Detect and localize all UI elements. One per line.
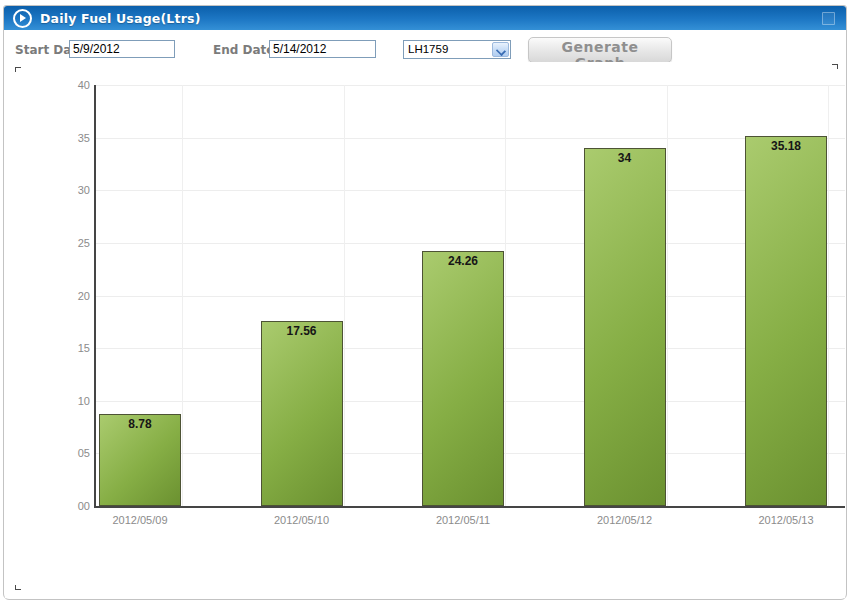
end-date-input[interactable] <box>269 40 376 58</box>
bar-value-label: 8.78 <box>99 417 181 431</box>
bar-value-label: 24.26 <box>422 254 504 268</box>
dropdown-button[interactable] <box>492 42 509 57</box>
y-tick-label: 15 <box>60 342 90 354</box>
end-date-label: End Date <box>213 43 274 57</box>
bar-value-label: 35.18 <box>745 139 827 153</box>
window: Daily Fuel Usage(Ltrs) Start Date End Da… <box>3 5 847 600</box>
vehicle-select-value: LH1759 <box>408 43 448 55</box>
y-tick-label: 30 <box>60 184 90 196</box>
gridline-v <box>667 85 668 506</box>
y-tick-label: 20 <box>60 290 90 302</box>
gridline-v <box>344 85 345 506</box>
generate-graph-button[interactable]: Generate Graph <box>528 37 672 63</box>
gridline-h <box>96 138 845 139</box>
x-axis-line <box>94 506 845 508</box>
x-tick-label: 2012/05/10 <box>221 514 382 526</box>
x-tick-label: 2012/05/11 <box>383 514 544 526</box>
corner-mark <box>15 585 21 590</box>
chevron-down-icon <box>496 46 506 56</box>
play-icon <box>13 9 32 28</box>
vehicle-select[interactable]: LH1759 <box>403 40 511 59</box>
bar <box>422 251 504 506</box>
bar-value-label: 34 <box>584 151 666 165</box>
x-tick-label: 2012/05/12 <box>544 514 705 526</box>
bar <box>584 148 666 506</box>
y-tick-label: 25 <box>60 237 90 249</box>
chart-panel: 0005101520253035408.782012/05/0917.56201… <box>5 62 845 598</box>
gridline-h <box>96 190 845 191</box>
bar <box>261 321 343 506</box>
y-axis-line <box>94 85 96 508</box>
y-tick-label: 35 <box>60 132 90 144</box>
gridline-h <box>96 243 845 244</box>
x-tick-label: 2012/05/09 <box>60 514 221 526</box>
bar <box>745 136 827 506</box>
gridline-h <box>96 85 845 86</box>
start-date-input[interactable] <box>69 40 175 58</box>
bar-value-label: 17.56 <box>261 324 343 338</box>
y-tick-label: 00 <box>60 500 90 512</box>
y-tick-label: 05 <box>60 447 90 459</box>
gridline-v <box>182 85 183 506</box>
gridline-v <box>505 85 506 506</box>
titlebar: Daily Fuel Usage(Ltrs) <box>4 6 846 30</box>
corner-mark <box>832 64 838 69</box>
x-tick-label: 2012/05/13 <box>706 514 846 526</box>
gridline-v <box>828 85 829 506</box>
corner-mark <box>15 67 21 72</box>
window-title: Daily Fuel Usage(Ltrs) <box>40 11 201 26</box>
y-tick-label: 40 <box>60 79 90 91</box>
close-icon[interactable] <box>822 12 835 25</box>
y-tick-label: 10 <box>60 395 90 407</box>
